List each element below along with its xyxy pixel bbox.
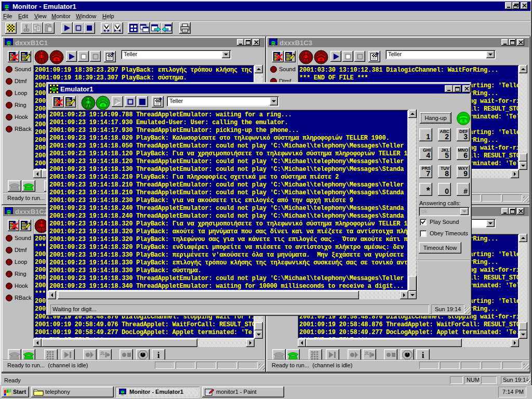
svg-text:i: i [157,350,160,360]
svg-text:i: i [422,350,424,360]
